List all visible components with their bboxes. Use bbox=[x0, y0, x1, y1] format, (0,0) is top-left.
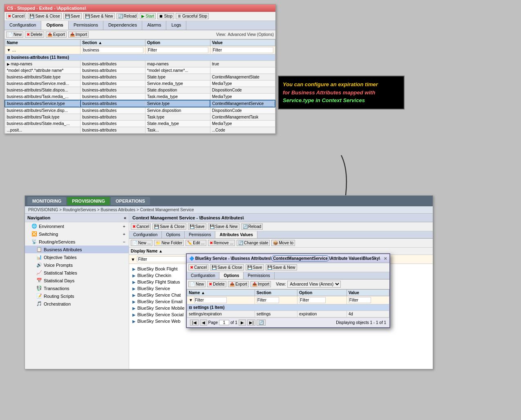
option-filter[interactable] bbox=[147, 47, 208, 53]
popup-section-expand[interactable]: ⊟ bbox=[189, 306, 192, 310]
sidebar-item-switching[interactable]: 🔀 Switching + bbox=[25, 230, 129, 238]
popup-tab-configuration[interactable]: Configuration bbox=[187, 272, 219, 279]
table-row[interactable]: business-attributes/Task.type business-a… bbox=[5, 114, 275, 121]
cancel-button[interactable]: ✖ Cancel bbox=[6, 13, 26, 19]
sidebar-item-transactions[interactable]: 💱 Transactions bbox=[25, 284, 129, 292]
import-button[interactable]: 📥 Import bbox=[68, 31, 89, 38]
start-button[interactable]: ▶ Start bbox=[140, 13, 156, 19]
reload-button[interactable]: 🔄 Reload bbox=[116, 13, 139, 19]
table-row[interactable]: business-attributes/Task.media_... busin… bbox=[5, 94, 275, 101]
tab-alarms[interactable]: Alarms bbox=[142, 21, 166, 30]
popup-import-button[interactable]: 📥 Import bbox=[250, 281, 271, 287]
inner-tab-configuration[interactable]: Configuration bbox=[129, 231, 162, 238]
table-row[interactable]: business-attributes/State.media_... busi… bbox=[5, 121, 275, 127]
new-button[interactable]: 📄 New bbox=[6, 31, 23, 38]
routing-minus-icon[interactable]: − bbox=[123, 239, 125, 244]
tab-monitoring[interactable]: MONITORING bbox=[27, 197, 66, 205]
sidebar-item-environment[interactable]: 🌐 Environment + bbox=[25, 222, 129, 230]
name-filter[interactable] bbox=[12, 47, 80, 53]
popup-tab-permissions[interactable]: Permissions bbox=[244, 272, 274, 279]
breadcrumb-text: PROVISIONING > Routing/eServices > Busin… bbox=[28, 208, 194, 212]
tab-logs[interactable]: Logs bbox=[166, 21, 186, 30]
section-filter[interactable] bbox=[82, 47, 143, 53]
sidebar-item-business-attributes[interactable]: 📋 Business Attributes bbox=[25, 246, 129, 253]
graceful-stop-button[interactable]: ⏸ Graceful Stop bbox=[176, 13, 209, 19]
inner-save-close-button[interactable]: 💾 Save & Close bbox=[152, 223, 186, 230]
attr-remove-button[interactable]: ✖ Remove ... bbox=[208, 240, 235, 246]
table-row[interactable]: business-attributes/Service.medi... busi… bbox=[5, 80, 275, 87]
table-row[interactable]: ▶ map-names business-attributes map-name… bbox=[5, 61, 275, 67]
prev-page-button[interactable]: ◀ bbox=[200, 319, 207, 326]
tab-provisioning[interactable]: PROVISIONING bbox=[67, 197, 110, 205]
sidebar-collapse-btn[interactable]: « bbox=[124, 215, 126, 220]
inner-tab-options[interactable]: Options bbox=[162, 231, 184, 238]
tab-operations[interactable]: OPERATIONS bbox=[111, 197, 150, 205]
popup-save-button[interactable]: 💾 Save bbox=[246, 264, 264, 270]
popup-section-filter[interactable] bbox=[257, 297, 279, 303]
last-page-button[interactable]: ▶| bbox=[247, 319, 256, 326]
popup-cancel-icon: ✖ bbox=[190, 265, 193, 270]
section-expand-btn[interactable]: ⊟ bbox=[7, 56, 10, 60]
popup-name-filter[interactable] bbox=[194, 297, 227, 303]
popup-export-button[interactable]: 📤 Export bbox=[228, 281, 249, 287]
switch-plus-icon[interactable]: + bbox=[123, 232, 125, 237]
popup-tab-options[interactable]: Options bbox=[219, 272, 244, 279]
popup-row-name: settings/expiration bbox=[187, 311, 255, 317]
stop-button[interactable]: ⏹ Stop bbox=[157, 13, 174, 19]
popup-value-filter[interactable] bbox=[349, 297, 371, 303]
stat-tables-icon: 📈 bbox=[36, 270, 42, 275]
inner-save-button[interactable]: 💾 Save bbox=[188, 223, 206, 230]
popup-view-select[interactable]: Advanced View (Annex) bbox=[287, 281, 341, 288]
attr-new-button[interactable]: 📄 New ... bbox=[131, 240, 152, 246]
popup-option-filter[interactable] bbox=[299, 297, 326, 303]
save-new-button[interactable]: 💾 Save & New bbox=[83, 13, 115, 19]
delete-button[interactable]: ✖ Delete bbox=[25, 31, 44, 38]
popup-delete-button[interactable]: ✖ Delete bbox=[207, 281, 226, 287]
export-button[interactable]: 📤 Export bbox=[46, 31, 67, 38]
popup-data-row[interactable]: settings/expiration settings expiration … bbox=[187, 311, 389, 317]
inner-tab-permissions[interactable]: Permissions bbox=[185, 231, 215, 238]
popup-save-new-button[interactable]: 💾 Save & New bbox=[266, 264, 297, 270]
attr-move-to-button[interactable]: 📦 Move to bbox=[271, 240, 295, 246]
sidebar-item-statistical-tables[interactable]: 📈 Statistical Tables bbox=[25, 269, 129, 277]
sidebar-item-objective-tables[interactable]: 📊 Objective Tables bbox=[25, 253, 129, 261]
first-page-button[interactable]: |◀ bbox=[190, 319, 199, 326]
tab-configuration[interactable]: Configuration bbox=[4, 21, 41, 30]
table-row[interactable]: business-attributes/Service.disp... busi… bbox=[5, 107, 275, 114]
tab-dependencies[interactable]: Dependencies bbox=[103, 21, 142, 30]
inner-tab-attributes-values[interactable]: Attributes Values bbox=[215, 231, 257, 238]
attr-new-folder-button[interactable]: 📁 New Folder bbox=[154, 240, 184, 246]
sidebar-item-routing[interactable]: 📡 Routing/eServices − bbox=[25, 238, 129, 246]
tab-options[interactable]: Options bbox=[41, 21, 69, 30]
table-row[interactable]: *model object*.*attribute name* business… bbox=[5, 67, 275, 74]
inner-save-new-button[interactable]: 💾 Save & New bbox=[208, 223, 239, 230]
list-filter-input[interactable] bbox=[137, 256, 191, 262]
attr-edit-button[interactable]: ✏️ Edit ... bbox=[186, 240, 206, 246]
save-close-button[interactable]: 💾 Save & Close bbox=[28, 13, 62, 19]
save-button[interactable]: 💾 Save bbox=[63, 13, 82, 19]
sidebar-item-voice-prompts[interactable]: 🔊 Voice Prompts bbox=[25, 261, 129, 269]
inner-save-icon: 💾 bbox=[190, 224, 195, 229]
list-arrow-icon: ▶ bbox=[132, 319, 136, 324]
popup-save-close-button[interactable]: 💾 Save & Close bbox=[210, 264, 244, 270]
inner-cancel-button[interactable]: ✖ Cancel bbox=[131, 223, 151, 230]
env-plus-icon[interactable]: + bbox=[123, 224, 125, 229]
highlighted-table-row[interactable]: business-attributes/Service.type busines… bbox=[5, 100, 275, 107]
popup-new-button[interactable]: 📄 New bbox=[188, 281, 206, 287]
list-arrow-icon: ▶ bbox=[132, 293, 136, 297]
sidebar-item-statistical-days[interactable]: 📅 Statistical Days bbox=[25, 277, 129, 284]
popup-cancel-button[interactable]: ✖ Cancel bbox=[188, 264, 208, 270]
sidebar-item-routing-scripts[interactable]: 📝 Routing Scripts bbox=[25, 292, 129, 300]
table-row[interactable]: ...posit... business-attributes Task... … bbox=[5, 127, 275, 134]
table-row[interactable]: business-attributes/State.dispos... busi… bbox=[5, 87, 275, 94]
page-input[interactable] bbox=[219, 320, 229, 325]
refresh-button[interactable]: 🔄 bbox=[257, 319, 266, 326]
attr-change-state-button[interactable]: 🔄 Change state bbox=[237, 240, 270, 246]
sidebar-item-orchestration[interactable]: 🎵 Orchestration bbox=[25, 300, 129, 308]
popup-close-button[interactable]: × bbox=[384, 255, 387, 261]
tab-permissions[interactable]: Permissions bbox=[69, 21, 103, 30]
value-filter[interactable] bbox=[212, 47, 273, 53]
inner-reload-button[interactable]: 🔄 Reload bbox=[241, 223, 263, 230]
table-row[interactable]: business-attributes/State.type business-… bbox=[5, 74, 275, 80]
next-page-button[interactable]: ▶ bbox=[239, 319, 246, 326]
